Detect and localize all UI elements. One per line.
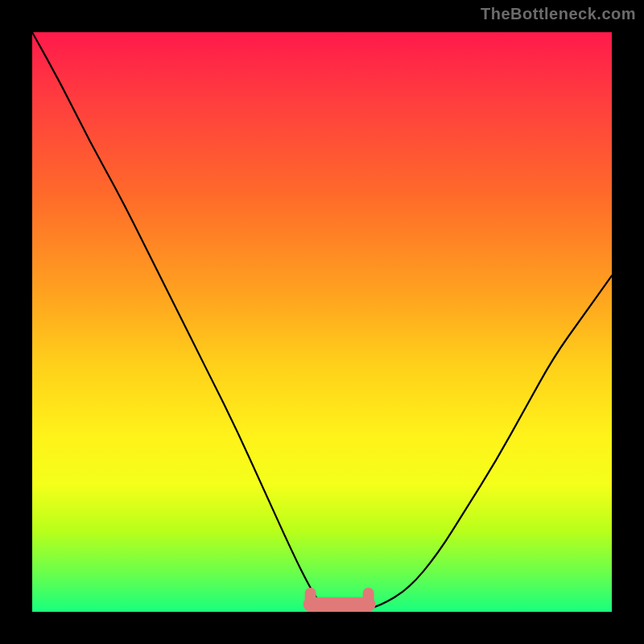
chart-frame: TheBottleneck.com	[0, 0, 644, 644]
watermark-text: TheBottleneck.com	[481, 5, 636, 23]
plot-area	[32, 32, 612, 612]
curve-svg	[32, 32, 612, 612]
bottleneck-curve	[32, 32, 612, 612]
